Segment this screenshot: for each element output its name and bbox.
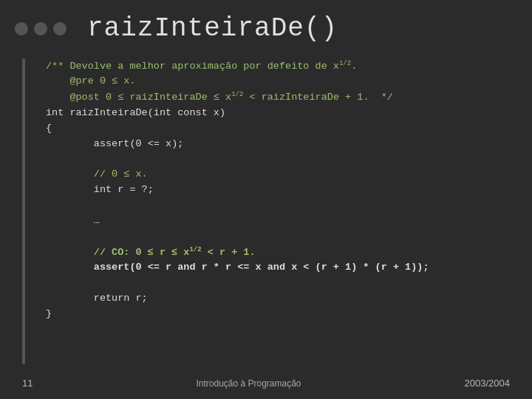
close-brace: } — [46, 308, 52, 319]
comment-inline-1: // 0 ≤ x. — [46, 168, 148, 180]
top-bar: raizInteiraDe() — [0, 0, 532, 51]
comment-line-1: /** Devolve a melhor aproximação por def… — [46, 61, 357, 72]
open-brace: { — [46, 123, 52, 134]
page-number: 11 — [22, 378, 33, 389]
content-area: /** Devolve a melhor aproximação por def… — [0, 51, 532, 372]
ellipsis: … — [46, 215, 100, 226]
slide-title: raizInteiraDe() — [87, 13, 338, 44]
int-r: int r = ?; — [46, 184, 154, 195]
co-comment: // CO: 0 ≤ r ≤ x1/2 < r + 1. — [46, 247, 256, 258]
return-r: return r; — [46, 293, 148, 304]
footer-title: Introdução à Programação — [196, 378, 301, 389]
dot-2 — [34, 22, 47, 35]
footer-year: 2003/2004 — [465, 378, 510, 389]
comment-line-2: @pre 0 ≤ x. — [46, 75, 136, 86]
footer: 11 Introdução à Programação 2003/2004 — [0, 372, 532, 399]
fn-signature: int raizInteiraDe(int const x) — [46, 107, 225, 118]
comment-line-3: @post 0 ≤ raizInteiraDe ≤ x1/2 < raizInt… — [46, 92, 393, 103]
assert2: assert(0 <= r and r * r <= x and x < (r … — [46, 262, 429, 273]
dot-3 — [53, 22, 66, 35]
left-border — [22, 58, 25, 364]
window-dots — [15, 22, 66, 35]
slide: raizInteiraDe() /** Devolve a melhor apr… — [0, 0, 532, 399]
code-block: /** Devolve a melhor aproximação por def… — [46, 58, 510, 364]
assert1: assert(0 <= x); — [46, 138, 183, 149]
dot-1 — [15, 22, 28, 35]
